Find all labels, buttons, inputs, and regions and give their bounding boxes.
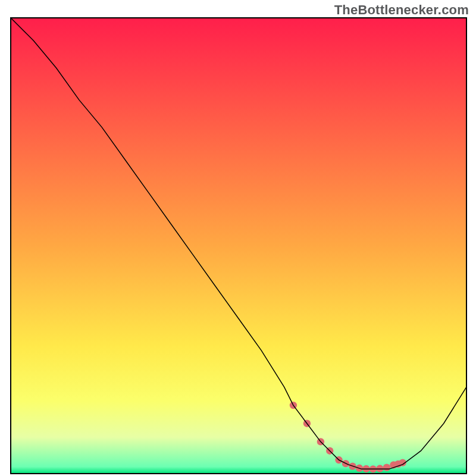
optimal-dot [383, 464, 390, 471]
gradient-background [11, 18, 466, 474]
optimal-dot [376, 465, 383, 472]
chart-frame: { "watermark": "TheBottlenecker.com", "c… [0, 0, 476, 476]
watermark-text: TheBottlenecker.com [334, 2, 469, 18]
bottleneck-chart [0, 0, 476, 476]
